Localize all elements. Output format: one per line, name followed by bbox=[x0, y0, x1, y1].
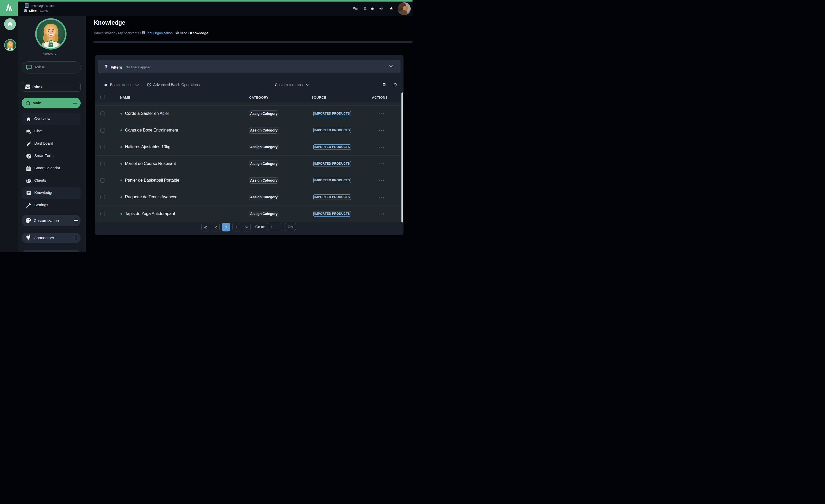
svg-text:A: A bbox=[354, 7, 355, 9]
